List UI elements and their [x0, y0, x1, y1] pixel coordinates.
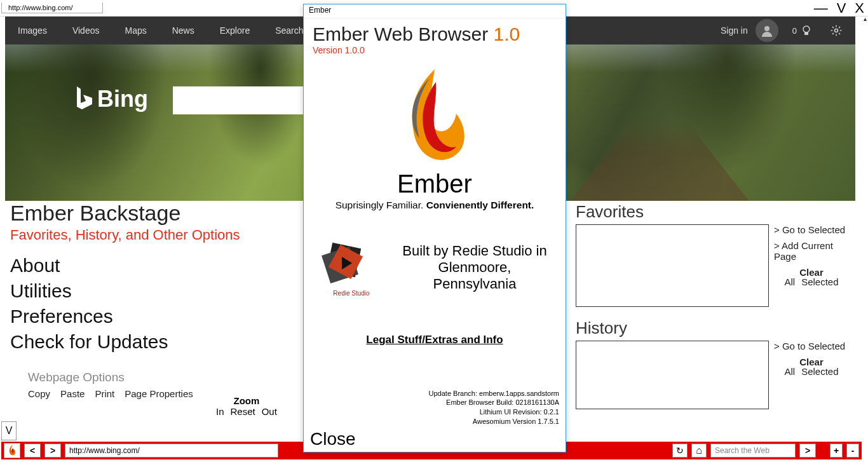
right-panels: Favorites > Go to Selected > Add Current… — [576, 202, 850, 409]
history-clear-selected[interactable]: Selected — [801, 366, 838, 377]
history-clear-all[interactable]: All — [784, 366, 795, 377]
forward-button[interactable]: > — [44, 444, 61, 458]
zoom-controls: Zoom In Reset Out — [216, 395, 277, 417]
nav-news[interactable]: News — [172, 25, 194, 36]
backstage-utilities[interactable]: Utilities — [10, 280, 302, 302]
avatar-icon[interactable] — [756, 19, 778, 42]
redie-caption: Redie Studio — [316, 290, 386, 297]
history-go-to-selected[interactable]: > Go to Selected — [774, 341, 849, 351]
favorites-title: Favorites — [576, 202, 850, 222]
svg-rect-2 — [804, 32, 808, 35]
home-button[interactable] — [691, 444, 707, 458]
tagline-bold: Convienently Different. — [426, 200, 534, 210]
nav-explore[interactable]: Explore — [220, 25, 250, 36]
history-list[interactable] — [576, 341, 769, 409]
meta-lithium-revision: Lithium UI Revision: 0.2.1 — [429, 407, 559, 417]
flame-icon — [7, 444, 17, 457]
history-title: History — [576, 318, 850, 338]
ember-menu-button[interactable] — [4, 443, 20, 458]
svg-point-0 — [764, 26, 770, 31]
nav-videos[interactable]: Videos — [72, 25, 100, 36]
zoom-reset[interactable]: Reset — [231, 406, 255, 417]
about-heading-version: 1.0 — [494, 24, 520, 44]
about-version-line: Version 1.0.0 — [304, 45, 566, 58]
about-titlebar[interactable]: Ember — [304, 4, 566, 18]
zoom-plus-button[interactable]: + — [830, 444, 843, 458]
backstage-preferences[interactable]: Preferences — [10, 306, 302, 327]
rewards-counter[interactable]: 0 — [792, 25, 812, 36]
about-build-metadata: Update Branch: emberw.1apps.sandstorm Em… — [429, 389, 559, 426]
ember-flame-icon — [390, 64, 479, 172]
webpage-options-title: Webpage Options — [28, 370, 302, 384]
favorites-clear-selected[interactable]: Selected — [801, 276, 838, 287]
search-go-button[interactable]: > — [799, 444, 816, 458]
settings-gear-icon[interactable] — [830, 24, 843, 37]
bing-b-icon — [72, 84, 97, 114]
zoom-title: Zoom — [216, 395, 277, 406]
backstage-panel: Ember Backstage Favorites, History, and … — [10, 201, 302, 399]
opt-paste[interactable]: Paste — [60, 388, 85, 399]
v-toggle-button[interactable]: V — [1, 421, 17, 440]
about-close-button[interactable]: Close — [310, 429, 356, 449]
opt-print[interactable]: Print — [95, 388, 114, 399]
about-built-by: Built by Redie Studio in Glenmoore, Penn… — [397, 243, 553, 292]
back-button[interactable]: < — [24, 444, 41, 458]
tagline-plain: Suprisingly Familiar. — [336, 200, 426, 210]
svg-point-1 — [803, 26, 810, 32]
nav-images[interactable]: Images — [18, 25, 47, 36]
meta-browser-build: Ember Browser Build: 0218161130A — [429, 398, 559, 407]
about-dialog: Ember Ember Web Browser 1.0 Version 1.0.… — [303, 4, 566, 452]
opt-page-properties[interactable]: Page Properties — [125, 388, 193, 399]
backstage-about[interactable]: About — [10, 255, 302, 276]
favorites-clear-all[interactable]: All — [784, 276, 795, 287]
about-heading-main: Ember Web Browser — [313, 24, 494, 44]
sign-in-link[interactable]: Sign in — [721, 25, 748, 36]
about-ember-word: Ember — [397, 170, 472, 198]
backstage-subtitle: Favorites, History, and Other Options — [10, 227, 302, 243]
rewards-count-value: 0 — [792, 26, 797, 36]
opt-copy[interactable]: Copy — [28, 388, 50, 399]
url-input[interactable]: http://www.bing.com/ — [65, 444, 278, 458]
zoom-minus-button[interactable]: - — [846, 444, 859, 458]
meta-awesomium-version: Awesomium Version 1.7.5.1 — [429, 417, 559, 426]
zoom-out[interactable]: Out — [262, 406, 277, 417]
svg-point-3 — [835, 29, 838, 32]
favorites-list[interactable] — [576, 224, 769, 307]
meta-update-branch: Update Branch: emberw.1apps.sandstorm — [429, 389, 559, 398]
minimize-button[interactable]: — — [814, 0, 828, 17]
about-legal-link[interactable]: Legal Stuff/Extras and Info — [304, 334, 566, 346]
about-tagline: Suprisingly Familiar. Convienently Diffe… — [304, 198, 566, 212]
browser-tab[interactable]: http://www.bing.com/ — [1, 3, 103, 13]
maximize-button[interactable]: V — [837, 0, 846, 17]
backstage-title: Ember Backstage — [10, 201, 302, 226]
scroll-up-arrow[interactable]: ▴ — [864, 15, 867, 22]
redie-studio-logo: Redie Studio — [316, 238, 386, 297]
about-heading: Ember Web Browser 1.0 — [304, 18, 566, 45]
favorites-add-current[interactable]: > Add Current Page — [774, 240, 849, 262]
favorites-go-to-selected[interactable]: > Go to Selected — [774, 224, 849, 235]
nav-maps[interactable]: Maps — [125, 25, 146, 36]
zoom-in[interactable]: In — [216, 406, 224, 417]
bing-logo-text: Bing — [97, 86, 148, 112]
backstage-check-updates[interactable]: Check for Updates — [10, 331, 302, 353]
bing-search-input[interactable] — [173, 86, 306, 114]
bing-logo[interactable]: Bing — [72, 84, 148, 114]
reload-button[interactable] — [672, 444, 688, 458]
web-search-input[interactable]: Search the Web — [710, 444, 796, 458]
close-window-button[interactable]: X — [855, 0, 864, 17]
